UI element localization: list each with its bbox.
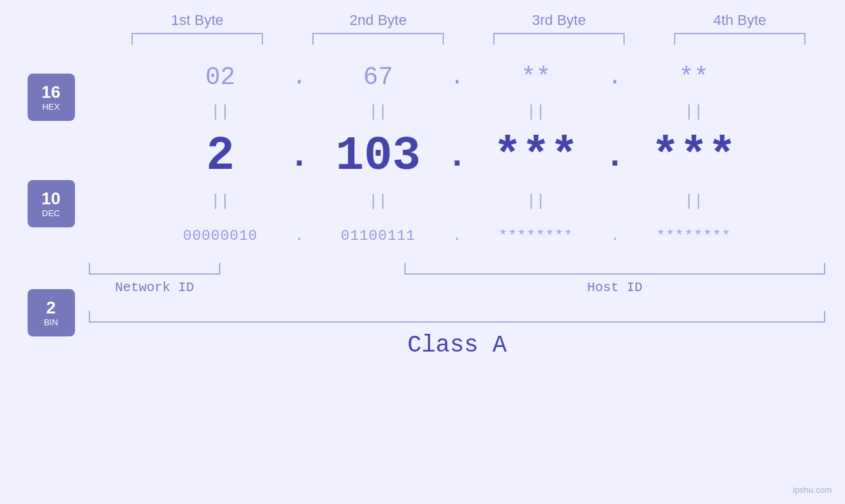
- bottom-labels: Network ID Host ID: [89, 280, 825, 295]
- bin-b2: 01100111: [312, 213, 444, 259]
- dec-b1: 2: [155, 124, 286, 189]
- bin-b4: ********: [628, 213, 760, 259]
- bracket-b1: [132, 33, 263, 45]
- dec-badge-num: 10: [41, 190, 60, 207]
- eq2-b2: ||: [312, 193, 444, 210]
- bin-b1: 00000010: [155, 213, 286, 259]
- bin-sep3: .: [602, 228, 628, 244]
- dec-sep3: .: [602, 137, 628, 176]
- hex-sep2: .: [444, 64, 470, 91]
- byte-headers: 1st Byte 2nd Byte 3rd Byte 4th Byte: [107, 12, 831, 29]
- hex-sep1: .: [286, 64, 312, 91]
- eq1-b4: ||: [628, 103, 760, 121]
- eq2-b1: ||: [155, 193, 286, 210]
- bracket-sep2: [378, 263, 404, 275]
- byte1-label: 1st Byte: [132, 12, 263, 29]
- dec-badge-base: DEC: [42, 208, 60, 218]
- bracket-b4: [674, 33, 806, 45]
- eq1-b3: ||: [470, 103, 602, 121]
- bin-badge-num: 2: [46, 299, 55, 316]
- watermark: ipshu.com: [793, 485, 832, 495]
- hex-badge: 16 HEX: [28, 74, 75, 121]
- no-bracket-gap: [247, 263, 378, 275]
- badges-column: 16 HEX 10 DEC 2 BIN: [0, 74, 89, 359]
- eq-row-2: || || || ||: [89, 189, 825, 213]
- dec-sep2: .: [444, 137, 470, 176]
- hex-b4: **: [628, 54, 760, 100]
- main-container: 1st Byte 2nd Byte 3rd Byte 4th Byte 16 H…: [0, 0, 845, 504]
- hex-b2: 67: [312, 54, 444, 100]
- class-bracket: [89, 311, 825, 323]
- network-id-label: Network ID: [89, 280, 220, 295]
- bracket-b3: [493, 33, 625, 45]
- eq1-b2: ||: [312, 103, 444, 121]
- bracket-b2: [312, 33, 444, 45]
- hex-values-row: 02 . 67 . ** . **: [89, 54, 825, 100]
- hex-badge-num: 16: [41, 83, 60, 101]
- dec-sep1: .: [286, 137, 312, 176]
- byte2-label: 2nd Byte: [312, 12, 444, 29]
- hex-badge-base: HEX: [42, 102, 60, 112]
- bin-sep1: .: [286, 228, 312, 244]
- bin-badge: 2 BIN: [28, 289, 75, 336]
- dec-badge: 10 DEC: [28, 180, 75, 227]
- dec-values-row: 2 . 103 . *** . ***: [89, 124, 825, 189]
- dec-b4: ***: [628, 124, 760, 189]
- eq2-b4: ||: [628, 193, 760, 210]
- bin-badge-base: BIN: [44, 317, 59, 327]
- class-section: Class A: [89, 311, 825, 359]
- network-bracket: [89, 263, 220, 275]
- bin-sep2: .: [444, 228, 470, 244]
- dec-b2: 103: [312, 124, 444, 189]
- dec-b3: ***: [470, 124, 602, 189]
- host-id-label: Host ID: [404, 280, 825, 295]
- eq1-b1: ||: [155, 103, 286, 121]
- class-label: Class A: [89, 332, 825, 359]
- hex-b1: 02: [155, 54, 286, 100]
- bin-b3: ********: [470, 213, 602, 259]
- byte4-label: 4th Byte: [674, 12, 806, 29]
- bracket-sep1: [220, 263, 247, 275]
- bin-values-row: 00000010 . 01100111 . ******** . *******…: [89, 213, 825, 259]
- eq2-b3: ||: [470, 193, 602, 210]
- eq-row-1: || || || ||: [89, 100, 825, 124]
- host-bracket: [404, 263, 825, 275]
- hex-sep3: .: [602, 64, 628, 91]
- hex-b3: **: [470, 54, 602, 100]
- top-brackets: [107, 33, 831, 45]
- byte3-label: 3rd Byte: [493, 12, 625, 29]
- bottom-brackets: [89, 263, 825, 275]
